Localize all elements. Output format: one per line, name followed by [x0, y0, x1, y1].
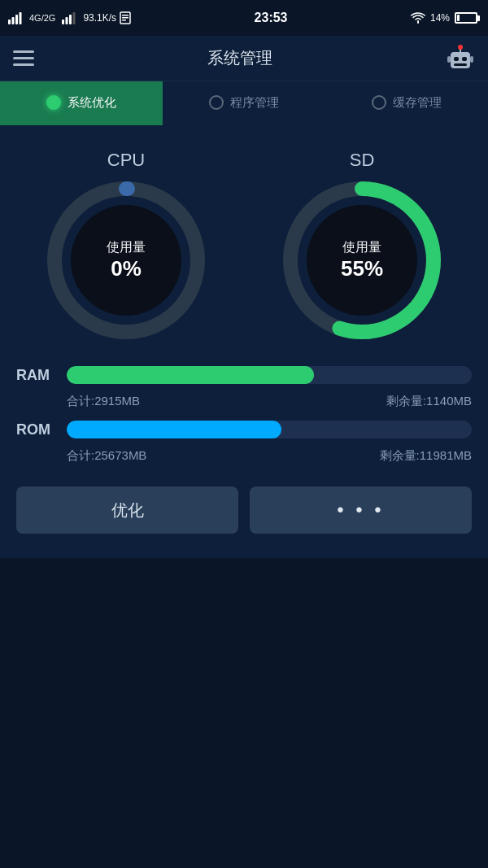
menu-button[interactable] [13, 50, 34, 66]
main-content: CPU 使用量 0% SD [0, 125, 488, 558]
svg-rect-2 [15, 15, 18, 24]
rom-label: ROM [16, 421, 59, 438]
more-button[interactable]: • • • [250, 486, 472, 534]
svg-rect-6 [69, 15, 72, 24]
tab-dot-system-optimize [46, 95, 61, 110]
rom-remaining: 剩余量:11981MB [380, 448, 472, 464]
ram-bar-info: 合计:2915MB 剩余量:1140MB [16, 390, 472, 421]
cpu-gauge-container: CPU 使用量 0% [45, 150, 207, 342]
cpu-gauge-wrapper: 使用量 0% [45, 179, 207, 342]
cpu-gauge-label: CPU [107, 150, 145, 171]
status-right: 14% [411, 12, 480, 24]
app-header: 系统管理 [0, 36, 488, 81]
cpu-gauge-svg [45, 179, 207, 342]
sd-gauge-container: SD 使用量 55% [281, 150, 443, 342]
tab-program-manage-label: 程序管理 [230, 95, 279, 111]
ram-bar-fill [67, 366, 314, 384]
optimize-button[interactable]: 优化 [16, 486, 238, 534]
tab-cache-manage-label: 缓存管理 [393, 95, 442, 111]
svg-rect-4 [62, 20, 64, 24]
svg-point-22 [71, 205, 181, 316]
tab-dot-program-manage [209, 95, 224, 110]
svg-rect-14 [470, 56, 473, 63]
svg-rect-9 [122, 15, 129, 16]
network-speed: 93.1K/s [83, 12, 116, 24]
svg-rect-7 [73, 12, 76, 24]
tab-cache-manage[interactable]: 缓存管理 [325, 81, 488, 125]
svg-rect-3 [20, 12, 22, 24]
svg-rect-1 [12, 17, 15, 24]
page-title: 系统管理 [207, 47, 272, 69]
sd-gauge-svg [281, 179, 443, 342]
signal-icon [8, 11, 26, 24]
status-bar: 4G/2G 93.1K/s 23:53 14% [0, 0, 488, 36]
svg-rect-10 [122, 17, 129, 19]
svg-rect-15 [454, 57, 459, 61]
tab-system-optimize-label: 系统优化 [68, 95, 116, 111]
storage-icon [120, 11, 131, 24]
svg-rect-17 [454, 63, 467, 66]
battery-icon [455, 12, 480, 24]
tab-program-manage[interactable]: 程序管理 [163, 81, 325, 125]
rom-bar-row: ROM [16, 421, 472, 438]
sd-gauge-label: SD [350, 150, 375, 171]
action-buttons: 优化 • • • [8, 475, 480, 542]
svg-rect-0 [8, 20, 11, 24]
network-type: 4G/2G [29, 14, 55, 23]
svg-rect-5 [66, 17, 68, 24]
ram-remaining: 剩余量:1140MB [386, 394, 472, 409]
tab-system-optimize[interactable]: 系统优化 [0, 81, 163, 125]
svg-rect-11 [122, 20, 126, 21]
wifi-icon [411, 12, 425, 24]
rom-bar-track [67, 421, 472, 438]
robot-icon[interactable] [446, 44, 475, 73]
ram-bar-track [67, 366, 472, 384]
gauge-section: CPU 使用量 0% SD [8, 142, 480, 358]
status-time: 23:53 [255, 11, 288, 25]
more-dots: • • • [337, 499, 385, 521]
sd-gauge-wrapper: 使用量 55% [281, 179, 443, 342]
battery-percent: 14% [430, 12, 450, 24]
ram-total: 合计:2915MB [67, 394, 140, 409]
ram-label: RAM [16, 367, 59, 384]
svg-rect-13 [447, 56, 451, 63]
tab-dot-cache-manage [372, 95, 386, 110]
rom-bar-fill [67, 421, 281, 438]
status-left: 4G/2G 93.1K/s [8, 11, 131, 24]
tab-bar: 系统优化 程序管理 缓存管理 [0, 81, 488, 125]
bars-section: RAM 合计:2915MB 剩余量:1140MB ROM 合计:25673MB … [8, 358, 480, 475]
rom-total: 合计:25673MB [67, 448, 146, 464]
svg-point-25 [307, 205, 417, 316]
ram-bar-row: RAM [16, 366, 472, 384]
svg-point-19 [458, 45, 463, 50]
svg-rect-16 [462, 57, 467, 61]
signal-icon-2 [62, 11, 80, 24]
rom-bar-info: 合计:25673MB 剩余量:11981MB [16, 445, 472, 475]
